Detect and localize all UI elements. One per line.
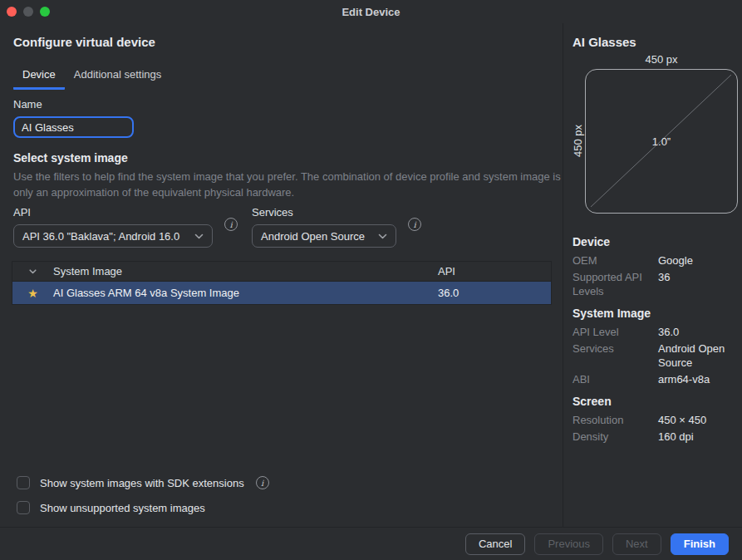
table-header: System Image API <box>12 262 551 282</box>
device-details-panel: AI Glasses 450 px 450 px 1.0” Device OEM… <box>563 23 742 527</box>
window-controls <box>7 7 50 17</box>
unsupported-images-checkbox-label: Show unsupported system images <box>40 502 205 514</box>
filter-row: API API 36.0 "Baklava"; Android 16.0 i S… <box>13 206 421 248</box>
unsupported-images-checkbox-row: Show unsupported system images <box>17 501 205 514</box>
page-title: Configure virtual device <box>13 35 155 49</box>
table-row[interactable]: ★ AI Glasses ARM 64 v8a System Image 36.… <box>12 282 551 304</box>
configure-pane: Configure virtual device Device Addition… <box>0 23 563 527</box>
spec-row-resolution: Resolution 450 × 450 <box>572 413 737 427</box>
device-name-title: AI Glasses <box>572 35 636 49</box>
sort-chevron-icon[interactable] <box>12 269 53 274</box>
tab-device[interactable]: Device <box>13 63 65 90</box>
tab-bar: Device Additional settings <box>13 63 170 90</box>
spec-sections: Device OEM Google Supported API Levels 3… <box>572 227 737 446</box>
select-system-image-heading: Select system image <box>13 151 128 165</box>
preview-height-label: 450 px <box>572 65 584 218</box>
api-dropdown[interactable]: API 36.0 "Baklava"; Android 16.0 <box>13 224 213 248</box>
finish-button[interactable]: Finish <box>671 533 729 555</box>
column-header-system-image[interactable]: System Image <box>53 265 438 278</box>
titlebar: Edit Device <box>0 0 742 23</box>
sdk-extensions-checkbox[interactable] <box>17 476 30 489</box>
dialog-footer: Cancel Previous Next Finish <box>0 527 742 560</box>
section-heading-system-image: System Image <box>572 307 737 320</box>
services-filter-label: Services <box>252 206 396 219</box>
services-filter-group: Services Android Open Source <box>252 206 396 248</box>
services-dropdown-value: Android Open Source <box>261 230 365 243</box>
section-heading-screen: Screen <box>572 395 737 408</box>
api-dropdown-value: API 36.0 "Baklava"; Android 16.0 <box>22 230 179 243</box>
preview-width-label: 450 px <box>585 53 738 66</box>
chevron-down-icon <box>194 233 204 239</box>
api-info-icon[interactable]: i <box>224 218 238 231</box>
unsupported-images-checkbox[interactable] <box>17 501 30 514</box>
name-label: Name <box>13 98 42 111</box>
window-title: Edit Device <box>0 6 742 18</box>
system-image-api: 36.0 <box>438 287 551 299</box>
zoom-window-button[interactable] <box>40 7 50 17</box>
spec-row-api-level: API Level 36.0 <box>572 325 737 339</box>
star-icon[interactable]: ★ <box>27 287 38 299</box>
services-info-icon[interactable]: i <box>408 218 421 231</box>
device-screen-preview: 1.0” <box>585 69 738 214</box>
chevron-down-icon <box>378 233 387 239</box>
tab-additional-settings[interactable]: Additional settings <box>65 63 171 90</box>
spec-row-density: Density 160 dpi <box>572 430 737 444</box>
spec-row-services: Services Android Open Source <box>572 341 737 370</box>
system-image-description: Use the filters to help find the system … <box>13 169 562 200</box>
spec-row-oem: OEM Google <box>572 253 737 268</box>
column-header-api[interactable]: API <box>438 265 551 278</box>
cancel-button[interactable]: Cancel <box>465 533 525 555</box>
spec-row-supported-api: Supported API Levels 36 <box>572 270 737 298</box>
close-window-button[interactable] <box>7 7 17 17</box>
next-button: Next <box>612 533 661 555</box>
section-heading-device: Device <box>572 235 737 248</box>
sdk-extensions-checkbox-label: Show system images with SDK extensions <box>40 477 244 489</box>
spec-row-abi: ABI arm64-v8a <box>572 372 737 386</box>
sdk-extensions-info-icon[interactable]: i <box>256 476 269 489</box>
minimize-window-button <box>23 7 33 17</box>
services-dropdown[interactable]: Android Open Source <box>252 224 396 248</box>
sdk-extensions-checkbox-row: Show system images with SDK extensions i <box>17 476 269 489</box>
system-image-table: System Image API ★ AI Glasses ARM 64 v8a… <box>12 261 552 305</box>
preview-diagonal-label: 1.0” <box>586 70 737 213</box>
previous-button: Previous <box>534 533 603 555</box>
system-image-name: AI Glasses ARM 64 v8a System Image <box>53 287 438 299</box>
api-filter-group: API API 36.0 "Baklava"; Android 16.0 <box>13 206 213 248</box>
api-filter-label: API <box>13 206 213 219</box>
name-input[interactable] <box>13 116 134 138</box>
